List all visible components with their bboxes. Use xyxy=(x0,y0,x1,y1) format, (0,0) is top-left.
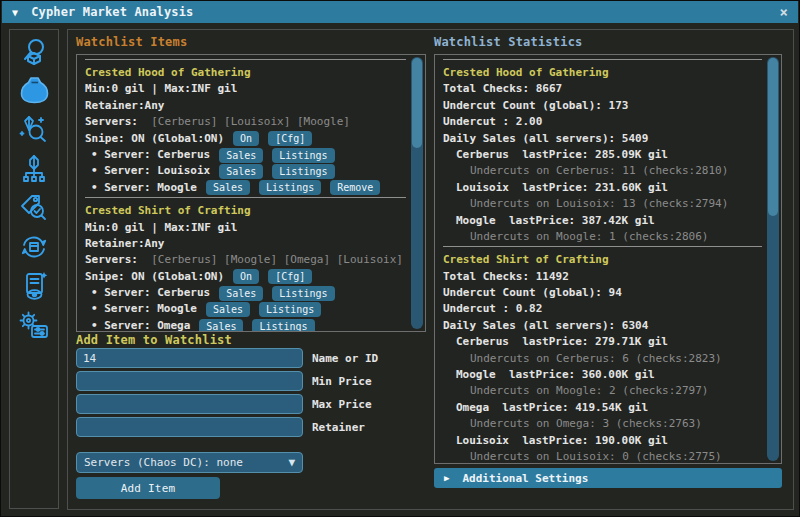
form-row: Max Price xyxy=(76,394,378,414)
add-item-form: Name or IDMin PriceMax PriceRetainer xyxy=(76,348,378,440)
server-undercuts-row: Undercuts on Moogle: 2 (checks:2797) xyxy=(443,383,781,399)
item-search-icon[interactable] xyxy=(17,37,51,67)
form-row: Name or ID xyxy=(76,348,378,368)
listings-button[interactable]: Listings xyxy=(252,319,314,331)
on-button[interactable]: On xyxy=(233,269,259,284)
watchlist-items-list: Crested Hood of GatheringMin:0 gil | Max… xyxy=(77,55,425,331)
sales-button[interactable]: Sales xyxy=(219,148,263,163)
stats-row: Total Checks: 8667 xyxy=(443,81,781,97)
listings-button[interactable]: Listings xyxy=(259,180,321,195)
stats-entry: Crested Shirt of CraftingTotal Checks: 1… xyxy=(443,246,781,463)
add-item-button[interactable]: Add Item xyxy=(76,477,220,499)
crystal-network-icon[interactable] xyxy=(17,154,51,184)
tag-search-icon[interactable] xyxy=(17,193,51,223)
item-detail: Min:0 gil | Max:INF gil xyxy=(85,81,425,97)
servers-dropdown[interactable]: Servers (Chaos DC): none ▼ xyxy=(76,452,303,473)
stats-item-name: Crested Shirt of Crafting xyxy=(443,252,781,268)
listings-button[interactable]: Listings xyxy=(272,286,334,301)
watchlist-scrollbar[interactable] xyxy=(411,57,423,329)
snipe-label: Snipe: ON (Global:ON) xyxy=(85,269,224,285)
cfg-button[interactable]: [Cfg] xyxy=(268,269,312,284)
max-price-input[interactable] xyxy=(76,394,303,414)
server-label: • Server: Cerberus xyxy=(91,147,210,163)
titlebar: ▼ Cypher Market Analysis × xyxy=(2,1,798,23)
server-price-row: Moogle lastPrice: 387.42K gil xyxy=(443,213,781,229)
close-button[interactable]: × xyxy=(779,4,788,20)
remove-button[interactable]: Remove xyxy=(330,180,380,195)
listings-button[interactable]: Listings xyxy=(272,148,334,163)
server-row: • Server: LouisoixSalesListings xyxy=(85,163,425,179)
chevron-down-icon: ▼ xyxy=(288,456,295,469)
statistics-scrollbar-thumb[interactable] xyxy=(768,58,778,216)
additional-settings-label: Additional Settings xyxy=(462,472,588,485)
sales-button[interactable]: Sales xyxy=(219,164,263,179)
box-refresh-icon[interactable] xyxy=(17,232,51,262)
watchlist-items-box: Crested Hood of GatheringMin:0 gil | Max… xyxy=(76,54,426,332)
server-row: • Server: CerberusSalesListings xyxy=(85,147,425,163)
server-row: • Server: OmegaSalesListings xyxy=(85,318,425,331)
app-window: ▼ Cypher Market Analysis × xyxy=(0,0,800,517)
sales-button[interactable]: Sales xyxy=(206,302,250,317)
server-price-row: Cerberus lastPrice: 285.09K gil xyxy=(443,147,781,163)
watchlist-items-header: Watchlist Items xyxy=(76,35,187,49)
watchlist-document-icon[interactable] xyxy=(17,271,51,301)
server-price-row: Moogle lastPrice: 360.00K gil xyxy=(443,367,781,383)
server-label: • Server: Louisoix xyxy=(91,163,210,179)
stats-row: Undercut Count (global): 94 xyxy=(443,285,781,301)
field-label: Min Price xyxy=(312,375,372,388)
collapse-icon[interactable]: ▼ xyxy=(12,7,18,18)
stats-row: Daily Sales (all servers): 5409 xyxy=(443,131,781,147)
item-detail: Min:0 gil | Max:INF gil xyxy=(85,220,425,236)
min-price-input[interactable] xyxy=(76,371,303,391)
window-title: Cypher Market Analysis xyxy=(31,5,193,19)
server-undercuts-row: Undercuts on Omega: 3 (checks:2763) xyxy=(443,416,781,432)
sales-button[interactable]: Sales xyxy=(219,286,263,301)
server-row: • Server: CerberusSalesListings xyxy=(85,285,425,301)
add-item-header: Add Item to Watchlist xyxy=(76,333,232,347)
server-label: • Server: Omega xyxy=(91,318,190,331)
servers-list: [Cerberus] [Moogle] [Omega] [Louisoix] xyxy=(145,253,403,266)
expand-icon: ▶ xyxy=(444,473,449,483)
on-button[interactable]: On xyxy=(233,131,259,146)
server-undercuts-row: Undercuts on Cerberus: 6 (checks:2823) xyxy=(443,351,781,367)
stats-entry: Crested Hood of GatheringTotal Checks: 8… xyxy=(443,59,781,245)
watchlist-statistics-header: Watchlist Statistics xyxy=(434,35,583,49)
statistics-scrollbar[interactable] xyxy=(767,57,779,461)
money-bag-icon[interactable] xyxy=(17,76,51,106)
watchlist-statistics-box: Crested Hood of GatheringTotal Checks: 8… xyxy=(434,54,782,464)
server-price-row: Louisoix lastPrice: 231.60K gil xyxy=(443,180,781,196)
servers-label: Servers: xyxy=(85,253,145,266)
watchlist-statistics-list: Crested Hood of GatheringTotal Checks: 8… xyxy=(435,55,781,463)
server-undercuts-row: Undercuts on Cerberus: 11 (checks:2810) xyxy=(443,163,781,179)
stats-row: Undercut : 2.00 xyxy=(443,114,781,130)
settings-sliders-icon[interactable] xyxy=(17,310,51,340)
item-snipe-row: Snipe: ON (Global:ON)On[Cfg] xyxy=(85,269,425,285)
crystal-search-icon[interactable] xyxy=(17,115,51,145)
server-price-row: Louisoix lastPrice: 190.00K gil xyxy=(443,433,781,449)
stats-row: Undercut : 0.82 xyxy=(443,301,781,317)
retainer-input[interactable] xyxy=(76,417,303,437)
item-detail: Retainer:Any xyxy=(85,236,425,252)
main-panel: Watchlist Items Crested Hood of Gatherin… xyxy=(67,29,794,510)
stats-row: Undercut Count (global): 173 xyxy=(443,98,781,114)
servers-dropdown-label: Servers (Chaos DC): none xyxy=(84,456,243,469)
additional-settings-header[interactable]: ▶ Additional Settings xyxy=(434,468,782,488)
stats-row: Daily Sales (all servers): 6304 xyxy=(443,318,781,334)
field-label: Max Price xyxy=(312,398,372,411)
server-price-row: Cerberus lastPrice: 279.71K gil xyxy=(443,334,781,350)
sales-button[interactable]: Sales xyxy=(199,319,243,331)
item-snipe-row: Snipe: ON (Global:ON)On[Cfg] xyxy=(85,131,425,147)
item-name: Crested Hood of Gathering xyxy=(85,65,425,81)
item-detail: Retainer:Any xyxy=(85,98,425,114)
stats-item-name: Crested Hood of Gathering xyxy=(443,65,781,81)
server-price-row: Omega lastPrice: 419.54K gil xyxy=(443,400,781,416)
listings-button[interactable]: Listings xyxy=(272,164,334,179)
server-undercuts-row: Undercuts on Louisoix: 13 (checks:2794) xyxy=(443,196,781,212)
server-label: • Server: Moogle xyxy=(91,180,197,196)
listings-button[interactable]: Listings xyxy=(259,302,321,317)
watchlist-item: Crested Hood of GatheringMin:0 gil | Max… xyxy=(85,59,425,196)
cfg-button[interactable]: [Cfg] xyxy=(268,131,312,146)
sales-button[interactable]: Sales xyxy=(206,180,250,195)
watchlist-scrollbar-thumb[interactable] xyxy=(412,58,422,148)
name-or-id-input[interactable] xyxy=(76,348,303,368)
